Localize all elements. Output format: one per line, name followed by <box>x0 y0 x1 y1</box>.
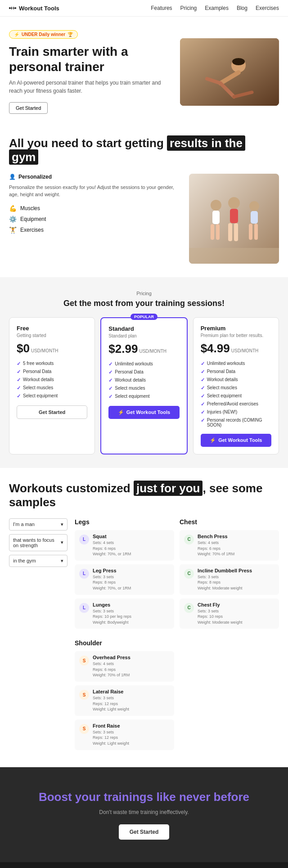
nav-blog[interactable]: Blog <box>237 5 248 11</box>
list-item: ✓Workout details <box>201 377 271 383</box>
svg-rect-22 <box>234 223 238 241</box>
svg-rect-26 <box>254 224 258 240</box>
exercise-card: C Bench Press Sets: 4 sets Reps: 6 reps … <box>180 530 279 561</box>
exercise-card: L Leg Press Sets: 3 sets Reps: 8 reps We… <box>75 564 174 595</box>
cta-subtitle: Don't waste time training ineffectively. <box>9 809 279 815</box>
svg-point-23 <box>249 201 259 211</box>
list-item: ✓Select equipment <box>108 394 179 400</box>
chevron-down-icon: ▾ <box>61 522 63 527</box>
nav-exercises[interactable]: Exercises <box>256 5 279 11</box>
pricing-card-standard: POPULAR Standard Standard plan $2.99 USD… <box>100 317 187 454</box>
standard-tier-subtitle: Standard plan <box>108 333 179 338</box>
list-item: ✓Select muscles <box>17 385 87 391</box>
trophy-icon: 🏆 <box>68 32 73 37</box>
list-item: ✓Personal Data <box>17 369 87 375</box>
features-illustration <box>189 174 279 264</box>
nav-logo[interactable]: Workout Tools <box>9 4 59 12</box>
svg-rect-24 <box>251 211 258 224</box>
person-icon: 👤 <box>9 174 16 180</box>
gender-select[interactable]: I'm a man ▾ <box>9 518 68 531</box>
list-item: ✓Select equipment <box>201 393 271 399</box>
standard-cta-button[interactable]: ⚡ Get Workout Tools <box>108 406 179 419</box>
feature-equipment: ⚙️ Equipment <box>9 216 180 223</box>
premium-tier-label: Premium <box>201 325 271 332</box>
footer: Workout Tools An AI-powered personal tra… <box>0 862 288 868</box>
features-content: 👤 Personalized Personalize the session e… <box>9 174 279 264</box>
hero-image <box>180 38 279 106</box>
legs-title: Legs <box>75 518 174 526</box>
workout-preview: Legs L Squat Sets: 4 sets Reps: 6 reps W… <box>75 518 279 754</box>
standard-tier-label: Standard <box>108 325 179 332</box>
hero-illustration <box>180 38 279 106</box>
list-item: ✓Personal Data <box>108 369 179 375</box>
ex-info: Overhead Press Sets: 4 sets Reps: 6 reps… <box>93 655 130 678</box>
workouts-title-highlight: just for you <box>134 481 203 496</box>
list-item: ✓Select muscles <box>108 386 179 391</box>
location-select[interactable]: in the gym ▾ <box>9 555 68 567</box>
svg-rect-6 <box>12 8 14 9</box>
list-item: ✓Select equipment <box>17 393 87 399</box>
workout-columns: Legs L Squat Sets: 4 sets Reps: 6 reps W… <box>75 518 279 632</box>
free-tier-label: Free <box>17 325 87 332</box>
exercise-card: S Overhead Press Sets: 4 sets Reps: 6 re… <box>75 651 174 682</box>
focus-select[interactable]: that wants to focus on strength ▾ <box>9 534 68 551</box>
exercise-card: S Lateral Raise Sets: 3 sets Reps: 12 re… <box>75 685 174 716</box>
svg-rect-3 <box>14 7 14 9</box>
nav-pricing[interactable]: Pricing <box>180 5 197 11</box>
premium-tier-subtitle: Premium plan for better results. <box>201 333 271 338</box>
features-title: All you need to start getting results in… <box>9 136 279 164</box>
chevron-down-icon: ▾ <box>61 540 63 545</box>
ex-info: Chest Fly Sets: 3 sets Reps: 10 reps Wei… <box>198 602 242 625</box>
workouts-title: Workouts customized just for you, see so… <box>9 481 279 509</box>
shoulder-col-2 <box>180 651 279 753</box>
svg-rect-7 <box>180 38 279 106</box>
features-section: All you need to start getting results in… <box>0 123 288 277</box>
svg-rect-25 <box>249 224 252 240</box>
list-item: ✓Unlimited workouts <box>201 361 271 367</box>
popular-badge: POPULAR <box>130 314 158 320</box>
ex-letter: S <box>79 690 89 700</box>
pricing-card-free: Free Getting started $0 USD/MONTH ✓5 fre… <box>9 317 95 454</box>
pricing-label: Pricing <box>9 291 279 296</box>
nav-examples[interactable]: Examples <box>205 5 229 11</box>
free-features: ✓5 free workouts ✓Personal Data ✓Workout… <box>17 361 87 399</box>
free-cta-button[interactable]: Get Started <box>17 405 87 419</box>
ex-letter: L <box>79 569 89 579</box>
premium-cta-button[interactable]: ⚡ Get Workout Tools <box>201 434 271 447</box>
navbar: Workout Tools Features Pricing Examples … <box>0 0 288 17</box>
svg-rect-0 <box>9 7 10 9</box>
list-item: ✓Workout details <box>108 378 179 383</box>
premium-features: ✓Unlimited workouts ✓Personal Data ✓Work… <box>201 361 271 427</box>
ex-info: Bench Press Sets: 4 sets Reps: 6 reps We… <box>198 534 234 557</box>
chevron-down-icon: ▾ <box>61 558 63 564</box>
exercise-card: C Chest Fly Sets: 3 sets Reps: 10 reps W… <box>180 598 279 629</box>
premium-price: $4.99 USD/MONTH <box>201 342 271 355</box>
standard-features: ✓Unlimited workouts ✓Personal Data ✓Work… <box>108 361 179 400</box>
svg-rect-2 <box>11 7 12 9</box>
cta-button[interactable]: Get Started <box>119 824 170 840</box>
workouts-section: Workouts customized just for you, see so… <box>0 468 288 767</box>
list-item: ✓5 free workouts <box>17 361 87 367</box>
svg-rect-27 <box>189 248 279 264</box>
list-item: ✓Select muscles <box>201 385 271 391</box>
hero-title: Train smarter with a personal trainer <box>9 44 171 74</box>
feature-muscles: 💪 Muscles <box>9 205 180 212</box>
hero-cta-button[interactable]: Get Started <box>9 102 48 114</box>
lightning-icon: ⚡ <box>210 437 216 443</box>
features-image <box>189 174 279 264</box>
nav-features[interactable]: Features <box>151 5 172 11</box>
lightning-icon: ⚡ <box>118 409 124 415</box>
hero-subtitle: An AI-powered personal trainer that help… <box>9 79 171 95</box>
svg-rect-5 <box>15 7 16 9</box>
personalized-label: 👤 Personalized <box>9 174 180 180</box>
chest-title: Chest <box>180 518 279 526</box>
free-tier-subtitle: Getting started <box>17 333 87 338</box>
ex-letter: C <box>184 603 194 613</box>
legs-column: Legs L Squat Sets: 4 sets Reps: 6 reps W… <box>75 518 174 632</box>
pricing-card-premium: Premium Premium plan for better results.… <box>193 317 279 454</box>
exercise-card: L Lunges Sets: 3 sets Reps: 10 per leg r… <box>75 598 174 629</box>
lightning-icon: ⚡ <box>14 32 19 37</box>
hero-section: ⚡ UNDER Daily winner 🏆 Train smarter wit… <box>0 17 288 123</box>
shoulder-section: Shoulder S Overhead Press Sets: 4 sets R… <box>75 639 279 753</box>
list-item: ✓Injuries (NEW!) <box>201 409 271 415</box>
